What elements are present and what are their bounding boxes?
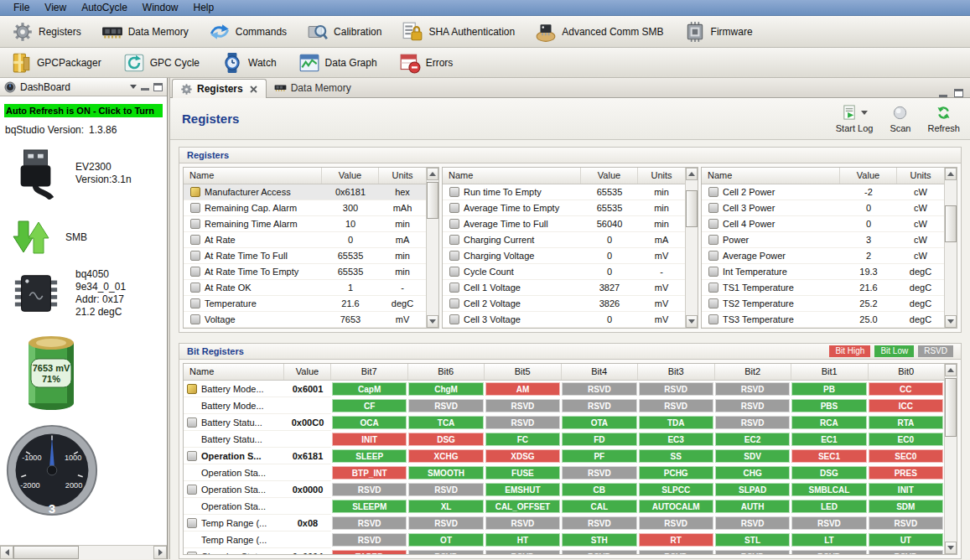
bit-cell[interactable]: CapM xyxy=(331,381,407,397)
bit-cell[interactable]: AUTOCALM xyxy=(638,498,714,515)
bit-cell[interactable]: STH xyxy=(561,531,637,548)
bit-cell[interactable]: SLEEPM xyxy=(331,498,407,515)
bit-cell[interactable]: CB xyxy=(561,481,637,498)
register-row[interactable]: Cell 2 Power-2cW xyxy=(702,184,944,200)
register-row[interactable]: TS1 Temperature21.6degC xyxy=(702,280,944,296)
bit-cell[interactable]: RTA xyxy=(868,414,944,431)
toolbar-commands-button[interactable]: Commands xyxy=(202,18,293,45)
scrollbar-thumb[interactable] xyxy=(945,205,957,242)
register-row[interactable]: Temperature21.6degC xyxy=(184,296,426,312)
minimize-icon[interactable] xyxy=(141,83,149,91)
bit-cell[interactable]: RSVD xyxy=(714,397,791,414)
bit-register-row[interactable]: Operation Sta...SLEEPMXLCAL_OFFSETCALAUT… xyxy=(184,498,944,515)
bit-cell[interactable]: PRES xyxy=(868,464,944,481)
bit-cell[interactable]: ChgM xyxy=(407,381,484,397)
bit-cell[interactable]: BTP_INT xyxy=(331,464,407,481)
bit-register-row[interactable]: Operation Sta...0x0000RSVDRSVDEMSHUTCBSL… xyxy=(184,481,944,498)
bit-register-row[interactable]: Battery Statu...0x00C0OCATCARSVDOTATDARS… xyxy=(184,414,944,431)
tab-data-memory[interactable]: Data Memory xyxy=(267,78,359,97)
bit-cell[interactable]: RSVD xyxy=(638,515,714,531)
bit-cell[interactable]: RSVD xyxy=(407,397,484,414)
bit-cell[interactable]: SDV xyxy=(714,448,791,464)
bit-cell[interactable]: FD xyxy=(561,431,637,448)
register-row[interactable]: Run time To Empty65535min xyxy=(443,184,685,200)
scroll-up-arrow-icon[interactable] xyxy=(945,364,957,376)
menu-view[interactable]: View xyxy=(38,1,73,14)
bit-cell[interactable]: RSVD xyxy=(331,481,407,498)
register-row[interactable]: At Rate Time To Full65535min xyxy=(184,248,426,264)
bit-cell[interactable]: TAPER xyxy=(331,548,407,555)
bit-cell[interactable]: OT xyxy=(407,531,484,548)
vertical-scrollbar[interactable] xyxy=(685,168,698,328)
register-row[interactable]: Int Temperature19.3degC xyxy=(702,264,944,280)
scroll-up-arrow-icon[interactable] xyxy=(427,168,438,180)
bit-cell[interactable]: HT xyxy=(485,531,561,548)
dashboard-horizontal-scrollbar[interactable] xyxy=(0,545,167,559)
bit-cell[interactable]: RSVD xyxy=(561,515,637,531)
register-row[interactable]: Charging Current0mA xyxy=(443,232,685,248)
register-row[interactable]: Average Time to Full56040min xyxy=(443,216,685,232)
scrollbar-thumb[interactable] xyxy=(686,190,698,227)
bit-register-row[interactable]: Temp Range (...0x08RSVDRSVDRSVDRSVDRSVDR… xyxy=(184,515,944,531)
scrollbar-thumb[interactable] xyxy=(427,182,438,219)
register-row[interactable]: Cell 1 Voltage3827mV xyxy=(443,280,685,296)
bit-cell[interactable]: SEC1 xyxy=(791,448,867,464)
bit-cell[interactable]: SLPCC xyxy=(638,481,714,498)
toolbar-sha-authentication-button[interactable]: SHA Authentication xyxy=(395,18,521,45)
bit-cell[interactable]: CAL_OFFSET xyxy=(485,498,561,515)
bit-cell[interactable]: DSG xyxy=(407,431,484,448)
register-row[interactable]: Manufacturer Access0x6181hex xyxy=(184,184,426,200)
bit-cell[interactable]: ICC xyxy=(868,397,944,414)
bit-cell[interactable]: LT xyxy=(791,531,867,548)
scroll-down-arrow-icon[interactable] xyxy=(945,315,957,328)
bit-cell[interactable]: RSVD xyxy=(561,397,637,414)
register-row[interactable]: At Rate OK1- xyxy=(184,280,426,296)
menu-window[interactable]: Window xyxy=(136,1,185,14)
bit-cell[interactable]: INIT xyxy=(868,481,944,498)
bit-cell[interactable]: SEC0 xyxy=(868,448,944,464)
bit-cell[interactable]: TCA xyxy=(407,414,484,431)
bit-cell[interactable]: RSVD xyxy=(638,548,714,555)
bit-cell[interactable]: PCHG xyxy=(638,464,714,481)
register-row[interactable]: Cell 2 Voltage3826mV xyxy=(443,296,685,312)
bit-cell[interactable]: RSVD xyxy=(407,481,484,498)
bit-cell[interactable]: AUTH xyxy=(714,498,791,515)
menu-file[interactable]: File xyxy=(7,1,36,14)
bit-cell[interactable]: INIT xyxy=(331,431,407,448)
bit-cell[interactable]: FUSE xyxy=(485,464,561,481)
toolbar-gpc-cycle-button[interactable]: GPC Cycle xyxy=(117,49,206,76)
bit-cell[interactable]: XDSG xyxy=(485,448,561,464)
scroll-right-arrow-icon[interactable] xyxy=(153,546,167,559)
bit-register-row[interactable]: Battery Mode...CFRSVDRSVDRSVDRSVDRSVDPBS… xyxy=(184,397,944,414)
minimize-icon[interactable] xyxy=(939,90,947,97)
bit-cell[interactable]: EC0 xyxy=(868,431,944,448)
bit-cell[interactable]: RSVD xyxy=(714,414,791,431)
bit-cell[interactable]: RSVD xyxy=(407,548,484,555)
bit-cell[interactable]: XL xyxy=(407,498,484,515)
bit-register-row[interactable]: Operation Sta...BTP_INTSMOOTHFUSERSVDPCH… xyxy=(184,464,944,481)
toolbar-calibration-button[interactable]: Calibration xyxy=(300,18,388,45)
chevron-down-icon[interactable] xyxy=(861,111,868,115)
bit-cell[interactable]: RSVD xyxy=(561,464,637,481)
bit-cell[interactable]: PBS xyxy=(791,397,867,414)
scroll-down-arrow-icon[interactable] xyxy=(945,542,957,554)
register-row[interactable]: Remaining Cap. Alarm300mAh xyxy=(184,200,426,216)
scroll-up-arrow-icon[interactable] xyxy=(686,168,698,180)
bit-register-row[interactable]: Battery Mode...0x6001CapMChgMAMRSVDRSVDR… xyxy=(184,381,944,397)
bit-cell[interactable]: RCA xyxy=(791,414,867,431)
register-row[interactable]: At Rate Time To Empty65535min xyxy=(184,264,426,280)
start-log-button[interactable]: Start Log xyxy=(836,105,874,133)
refresh-button[interactable]: Refresh xyxy=(927,105,960,133)
bit-cell[interactable]: STL xyxy=(714,531,791,548)
bit-cell[interactable]: PF xyxy=(561,448,637,464)
scroll-up-arrow-icon[interactable] xyxy=(945,168,957,180)
auto-refresh-banner[interactable]: Auto Refresh is ON - Click to Turn xyxy=(4,104,163,117)
bit-cell[interactable]: OCA xyxy=(331,414,407,431)
register-row[interactable]: Remaining Time Alarm10min xyxy=(184,216,426,232)
bit-cell[interactable]: RSVD xyxy=(485,397,561,414)
toolbar-errors-button[interactable]: Errors xyxy=(392,49,460,76)
bit-cell[interactable]: RSVD xyxy=(407,515,484,531)
bit-cell[interactable]: EC1 xyxy=(791,431,867,448)
chevron-down-icon[interactable] xyxy=(130,85,137,89)
bit-cell[interactable]: OTA xyxy=(561,414,637,431)
